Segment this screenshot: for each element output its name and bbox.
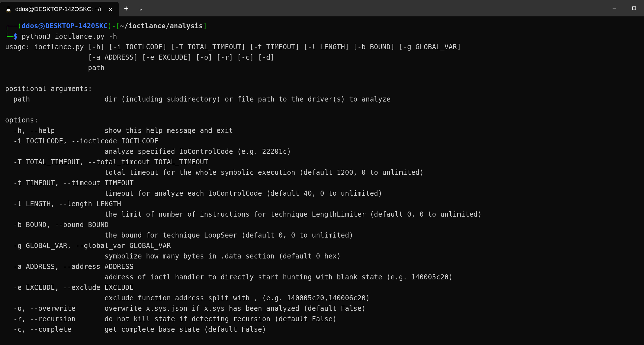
out-l14: -t TIMEOUT, --timeout TIMEOUT [5,179,134,187]
out-l20: -g GLOBAL_VAR, --global_var GLOBAL_VAR [5,242,171,250]
svg-point-8 [9,11,11,12]
out-l06: path dir (including subdirectory) or fil… [5,95,390,103]
out-l05: positional arguments: [5,85,92,93]
out-l01: usage: ioctlance.py [-h] [-i IOCTLCODE] … [5,43,461,51]
svg-point-7 [6,11,8,12]
out-l02: [-a ADDRESS] [-e EXCLUDE] [-o] [-r] [-c]… [5,53,274,61]
out-l24: -e EXCLUDE, --exclude EXCLUDE [5,284,134,292]
out-l17: the limit of number of instructions for … [5,210,482,218]
out-l25: exclude function address split with , (e… [5,294,370,302]
prompt-close-paren: ) [108,22,112,30]
command-text: python3 ioctlance.py -h [22,33,117,40]
out-l11: analyze specified IoControlCode (e.g. 22… [5,148,291,156]
out-l03: path [5,64,105,72]
new-tab-button[interactable]: + [119,0,134,16]
out-l16: -l LENGTH, --length LENGTH [5,200,121,208]
prompt-path-close: ] [203,22,207,30]
window-titlebar: ddos@DESKTOP-142OSKC: ~/i ✕ + ⌄ [0,0,644,16]
prompt-path: ~/ioctlance/analysis [120,22,203,30]
svg-point-5 [8,7,8,8]
prompt-line1-lead: ┌──( [5,22,22,30]
prompt-path-open: [ [116,22,120,30]
window-maximize-button[interactable] [624,0,644,16]
out-l27: -r, --recursion do not kill state if det… [5,315,337,323]
tab-dropdown-button[interactable]: ⌄ [134,0,148,16]
terminal-tab[interactable]: ddos@DESKTOP-142OSKC: ~/i ✕ [0,2,119,16]
out-l18: -b BOUND, --bound BOUND [5,221,109,229]
window-minimize-button[interactable] [604,0,624,16]
out-l08: options: [5,116,38,124]
prompt-host: DESKTOP-1420SKC [45,22,108,30]
prompt-dollar: $ [13,33,18,40]
out-l26: -o, --overwrite overwrite x.sys.json if … [5,305,366,312]
out-l28: -c, --complete get complete base state (… [5,325,266,333]
tux-icon [5,6,12,12]
out-l19: the bound for technique LoopSeer (defaul… [5,231,353,239]
out-l23: address of ioctl handler to directly sta… [5,273,453,281]
out-l09: -h, --help show this help message and ex… [5,127,233,135]
out-l15: timeout for analyze each IoControlCode (… [5,189,382,197]
prompt-user: ddos [22,22,38,30]
tab-close-button[interactable]: ✕ [107,6,114,12]
svg-point-6 [9,7,9,8]
out-l21: symbolize how many bytes in .data sectio… [5,252,341,260]
prompt-sep: - [112,22,116,30]
prompt-at: ㋡ [38,22,45,30]
terminal-output[interactable]: ┌──(ddos㋡DESKTOP-1420SKC)-[~/ioctlance/a… [0,16,644,339]
prompt-line2-lead: └─ [5,33,13,40]
out-l12: -T TOTAL_TIMEOUT, --total_timeout TOTAL_… [5,158,208,166]
svg-rect-10 [633,7,636,10]
out-l22: -a ADDRESS, --address ADDRESS [5,263,134,271]
out-l13: total timeout for the whole symbolic exe… [5,169,424,176]
tab-title: ddos@DESKTOP-142OSKC: ~/i [15,6,104,12]
out-l10: -i IOCTLCODE, --ioctlcode IOCTLCODE [5,137,158,145]
